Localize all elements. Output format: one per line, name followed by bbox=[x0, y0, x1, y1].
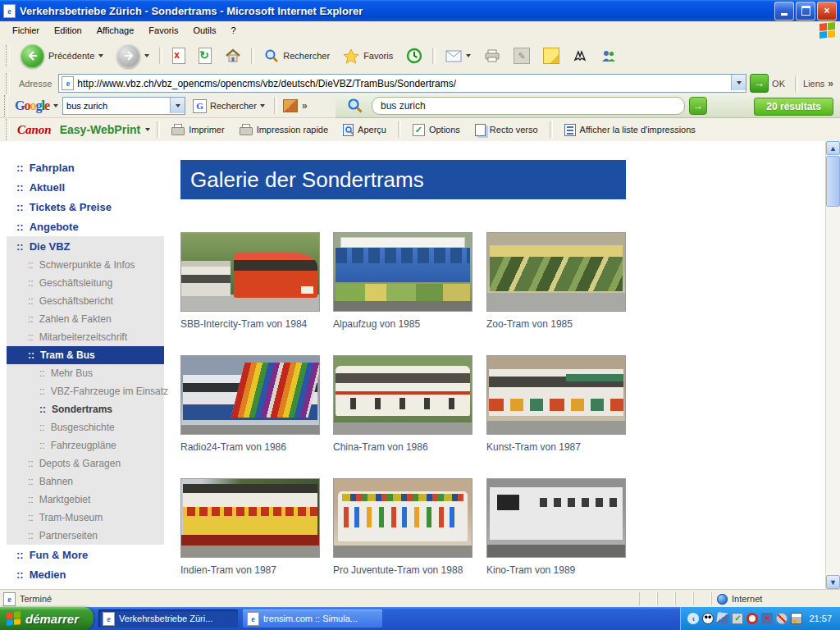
google-menu-caret-icon[interactable] bbox=[53, 104, 58, 107]
maximize-button[interactable] bbox=[796, 2, 815, 21]
tray-red-ring-icon[interactable] bbox=[746, 613, 758, 624]
mail-button[interactable] bbox=[441, 48, 476, 64]
canon-duplex-button[interactable]: Recto verso bbox=[470, 122, 543, 138]
forward-button[interactable] bbox=[112, 43, 154, 70]
canon-preview-button[interactable]: Aperçu bbox=[338, 122, 391, 138]
favorites-button[interactable]: Favoris bbox=[338, 47, 398, 66]
canon-printlist-button[interactable]: Afficher la liste d'impressions bbox=[559, 122, 701, 138]
tray-blocked-icon[interactable] bbox=[776, 613, 788, 624]
refresh-button[interactable]: ↻ bbox=[194, 46, 217, 66]
toolbar-grip[interactable] bbox=[4, 95, 8, 116]
sidebar-item-busgeschichte[interactable]: ::Busgeschichte bbox=[7, 418, 164, 436]
canon-menu-caret-icon[interactable] bbox=[145, 128, 150, 131]
edit-button[interactable]: ✎ bbox=[509, 46, 535, 66]
toolbar-grip[interactable] bbox=[6, 45, 10, 66]
google-combo-dropdown[interactable] bbox=[170, 98, 185, 113]
sidebar-item-geschaeftsbericht[interactable]: ::Geschäftsbericht bbox=[7, 292, 164, 310]
vertical-scrollbar[interactable]: ▲ ▼ bbox=[825, 141, 840, 589]
toolbar-grip[interactable] bbox=[6, 119, 10, 140]
search-button[interactable]: Rechercher bbox=[259, 47, 335, 65]
messenger-people-icon bbox=[600, 49, 617, 62]
scroll-down-button[interactable]: ▼ bbox=[826, 575, 840, 589]
sidebar-item-trambus-selected[interactable]: ::Tram & Bus bbox=[7, 346, 164, 364]
tram-photo-kunst[interactable] bbox=[486, 355, 626, 435]
tram-photo-sbb-intercity[interactable] bbox=[180, 232, 320, 312]
secondary-search-input[interactable]: bus zurich bbox=[372, 97, 685, 115]
maximize-icon bbox=[801, 6, 810, 16]
sidebar-item-geschaeftsleitung[interactable]: ::Geschäftsleitung bbox=[7, 274, 164, 292]
discuss-button[interactable] bbox=[538, 46, 564, 66]
google-logo[interactable]: Google bbox=[15, 98, 49, 113]
stop-button[interactable]: x bbox=[167, 46, 190, 66]
sidebar-item-fahrzeugplaene[interactable]: ::Fahrzeugpläne bbox=[7, 436, 164, 454]
tram-photo-indien[interactable] bbox=[180, 478, 320, 558]
menu-aide[interactable]: ? bbox=[224, 23, 244, 38]
sidebar-item-trammuseum[interactable]: ::Tram-Museum bbox=[7, 509, 164, 527]
address-input[interactable]: e http://www.vbz.ch/vbz_opencms/opencms/… bbox=[58, 74, 746, 93]
canon-quickprint-button[interactable]: Impression rapide bbox=[235, 122, 333, 137]
sidebar-item-sondertrams-current[interactable]: ::Sondertrams bbox=[7, 400, 164, 418]
taskbar-task-trensim[interactable]: e trensim.com :: Simula... bbox=[243, 609, 382, 628]
scroll-up-button[interactable]: ▲ bbox=[826, 141, 840, 155]
google-search-button[interactable]: G Rechercher bbox=[189, 98, 268, 115]
sidebar-item-dievbz[interactable]: ::Die VBZ bbox=[7, 236, 164, 256]
messenger-button[interactable] bbox=[596, 48, 622, 64]
tray-collapse-chevron-icon[interactable]: ‹ bbox=[687, 613, 699, 624]
sidebar-item-angebote[interactable]: ::Angebote bbox=[7, 217, 164, 236]
links-button[interactable]: Liens » bbox=[803, 78, 837, 89]
secondary-search-go-button[interactable]: → bbox=[689, 97, 707, 115]
tram-photo-china[interactable] bbox=[333, 355, 472, 435]
canon-options-button[interactable]: ✓ Options bbox=[408, 122, 465, 138]
sidebar-item-partnerseiten[interactable]: ::Partnerseiten bbox=[7, 527, 164, 545]
sidebar-item-tickets[interactable]: ::Tickets & Preise bbox=[7, 197, 164, 217]
sidebar-item-schwerpunkte[interactable]: ::Schwerpunkte & Infos bbox=[7, 256, 164, 274]
tray-error-icon[interactable]: × bbox=[761, 613, 773, 624]
taskbar-task-vbz[interactable]: e Verkehrsbetriebe Züri... bbox=[98, 609, 238, 628]
tray-printer-icon[interactable] bbox=[791, 613, 802, 624]
results-count-button[interactable]: 20 résultats bbox=[754, 98, 833, 116]
menu-favoris[interactable]: Favoris bbox=[141, 23, 185, 38]
sidebar-item-mitarbeiterzeitschrift[interactable]: ::Mitarbeiterzeitschrift bbox=[7, 328, 164, 346]
address-dropdown-button[interactable] bbox=[731, 75, 746, 90]
go-button[interactable]: → bbox=[750, 74, 769, 93]
close-button[interactable]: × bbox=[817, 2, 837, 21]
toolbar-separator bbox=[795, 75, 798, 92]
google-search-input[interactable]: bus zurich bbox=[62, 97, 185, 115]
sidebar-item-mehrbus[interactable]: ::Mehr Bus bbox=[7, 364, 164, 382]
sidebar-item-funmore[interactable]: ::Fun & More bbox=[7, 545, 164, 564]
tram-photo-alpaufzug[interactable] bbox=[333, 232, 472, 312]
taskbar-clock[interactable]: 21:57 bbox=[809, 614, 832, 623]
minimize-button[interactable] bbox=[774, 2, 794, 21]
chevron-overflow-icon[interactable]: » bbox=[302, 100, 308, 112]
home-button[interactable] bbox=[220, 47, 246, 65]
tray-monitor-check-icon[interactable]: ✓ bbox=[732, 613, 743, 624]
menu-edition[interactable]: Edition bbox=[47, 23, 89, 38]
window-titlebar[interactable]: e Verkehrsbetriebe Zürich - Sondertrams … bbox=[0, 0, 840, 21]
msn-button[interactable] bbox=[568, 48, 592, 64]
tray-pen-icon[interactable] bbox=[717, 612, 730, 625]
tram-photo-radio24[interactable] bbox=[180, 355, 320, 435]
toolbar-grip[interactable] bbox=[6, 73, 10, 94]
sidebar-item-medien[interactable]: ::Medien bbox=[7, 564, 164, 584]
menu-outils[interactable]: Outils bbox=[185, 23, 223, 38]
back-button[interactable]: Précédente bbox=[16, 43, 108, 70]
sidebar-item-zahlen[interactable]: ::Zahlen & Fakten bbox=[7, 310, 164, 328]
print-button[interactable] bbox=[479, 48, 505, 65]
tram-photo-kino[interactable] bbox=[486, 478, 626, 558]
tray-panda-icon[interactable] bbox=[702, 613, 714, 624]
google-stamp-icon[interactable] bbox=[283, 99, 298, 112]
sidebar-item-depots[interactable]: ::Depots & Garagen bbox=[7, 454, 164, 472]
sidebar-item-bahnen[interactable]: ::Bahnen bbox=[7, 472, 164, 491]
sidebar-item-marktgebiet[interactable]: ::Marktgebiet bbox=[7, 491, 164, 509]
start-button[interactable]: démarrer bbox=[0, 607, 94, 630]
sidebar-item-fahrplan[interactable]: ::Fahrplan bbox=[7, 158, 164, 177]
tram-photo-zoo[interactable] bbox=[486, 232, 626, 312]
sidebar-item-aktuell[interactable]: ::Aktuell bbox=[7, 177, 164, 197]
canon-print-button[interactable]: Imprimer bbox=[167, 122, 229, 137]
history-button[interactable] bbox=[401, 46, 427, 66]
menu-affichage[interactable]: Affichage bbox=[89, 23, 142, 38]
scrollbar-thumb[interactable] bbox=[826, 156, 840, 207]
sidebar-item-vbzfahrzeuge[interactable]: ::VBZ-Fahrzeuge im Einsatz bbox=[7, 382, 164, 400]
tram-photo-projuventute[interactable] bbox=[333, 478, 472, 558]
menu-fichier[interactable]: Fichier bbox=[5, 23, 47, 38]
